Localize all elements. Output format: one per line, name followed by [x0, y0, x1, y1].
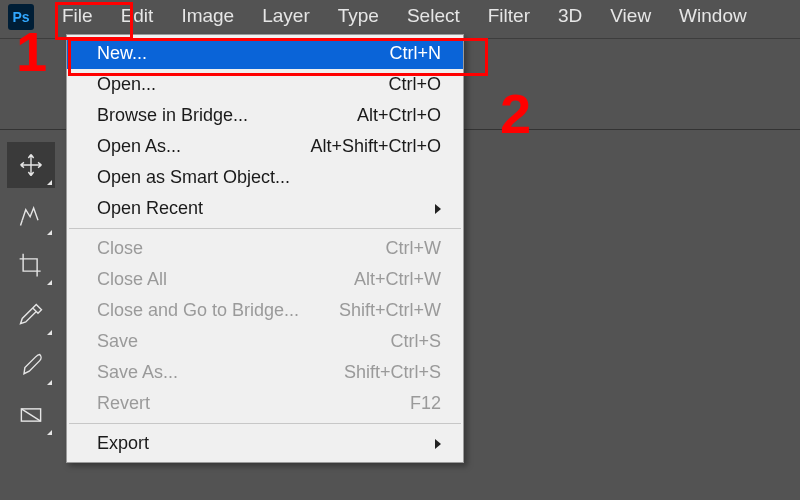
menu-item-label: Open Recent — [97, 198, 427, 219]
menu-item-label: Close — [97, 238, 376, 259]
menu-item-shortcut: Ctrl+O — [378, 74, 441, 95]
annotation-number-2: 2 — [500, 86, 531, 142]
file-menu-open-as-smart-object[interactable]: Open as Smart Object... — [67, 162, 463, 193]
brush-tool[interactable] — [7, 342, 55, 388]
menu-item-shortcut: Alt+Ctrl+O — [347, 105, 441, 126]
submenu-arrow-icon — [435, 204, 441, 214]
file-menu-save: SaveCtrl+S — [67, 326, 463, 357]
file-menu-close-and-go-to-bridge: Close and Go to Bridge...Shift+Ctrl+W — [67, 295, 463, 326]
menu-item-label: New... — [97, 43, 379, 64]
menu-item-shortcut: Alt+Ctrl+W — [344, 269, 441, 290]
tool-panel — [4, 130, 58, 442]
file-menu-open-as[interactable]: Open As...Alt+Shift+Ctrl+O — [67, 131, 463, 162]
crop-tool[interactable] — [7, 242, 55, 288]
lasso-tool[interactable] — [7, 192, 55, 238]
menu-item-label: Save As... — [97, 362, 334, 383]
menu-bar: Ps File Edit Image Layer Type Select Fil… — [0, 0, 800, 34]
menu-separator — [69, 423, 461, 424]
menu-window[interactable]: Window — [665, 0, 761, 34]
menu-separator — [69, 228, 461, 229]
menu-item-shortcut: F12 — [400, 393, 441, 414]
menu-item-shortcut: Ctrl+W — [376, 238, 442, 259]
menu-3d[interactable]: 3D — [544, 0, 596, 34]
menu-filter[interactable]: Filter — [474, 0, 544, 34]
file-menu-open-recent[interactable]: Open Recent — [67, 193, 463, 224]
photoshop-app-icon: Ps — [8, 4, 34, 30]
file-menu-close-all: Close AllAlt+Ctrl+W — [67, 264, 463, 295]
file-menu-close: CloseCtrl+W — [67, 233, 463, 264]
submenu-arrow-icon — [435, 439, 441, 449]
menu-item-shortcut: Shift+Ctrl+S — [334, 362, 441, 383]
menu-item-label: Export — [97, 433, 427, 454]
menu-type[interactable]: Type — [324, 0, 393, 34]
menu-image[interactable]: Image — [167, 0, 248, 34]
file-menu-dropdown: New...Ctrl+NOpen...Ctrl+OBrowse in Bridg… — [66, 34, 464, 463]
menu-item-label: Browse in Bridge... — [97, 105, 347, 126]
file-menu-export[interactable]: Export — [67, 428, 463, 459]
menu-select[interactable]: Select — [393, 0, 474, 34]
gradient-tool[interactable] — [7, 392, 55, 438]
file-menu-open[interactable]: Open...Ctrl+O — [67, 69, 463, 100]
menu-item-shortcut: Ctrl+S — [380, 331, 441, 352]
menu-item-label: Save — [97, 331, 380, 352]
menu-item-shortcut: Ctrl+N — [379, 43, 441, 64]
file-menu-browse-in-bridge[interactable]: Browse in Bridge...Alt+Ctrl+O — [67, 100, 463, 131]
menu-item-label: Close and Go to Bridge... — [97, 300, 329, 321]
menu-item-shortcut: Alt+Shift+Ctrl+O — [300, 136, 441, 157]
file-menu-revert: RevertF12 — [67, 388, 463, 419]
move-tool[interactable] — [7, 142, 55, 188]
menu-item-label: Open as Smart Object... — [97, 167, 441, 188]
menu-item-label: Open As... — [97, 136, 300, 157]
menu-item-shortcut: Shift+Ctrl+W — [329, 300, 441, 321]
menu-edit[interactable]: Edit — [107, 0, 168, 34]
menu-layer[interactable]: Layer — [248, 0, 324, 34]
menu-item-label: Revert — [97, 393, 400, 414]
menu-view[interactable]: View — [596, 0, 665, 34]
file-menu-save-as: Save As...Shift+Ctrl+S — [67, 357, 463, 388]
file-menu-new[interactable]: New...Ctrl+N — [67, 38, 463, 69]
menu-file[interactable]: File — [48, 0, 107, 34]
eyedropper-tool[interactable] — [7, 292, 55, 338]
menu-item-label: Close All — [97, 269, 344, 290]
menu-item-label: Open... — [97, 74, 378, 95]
